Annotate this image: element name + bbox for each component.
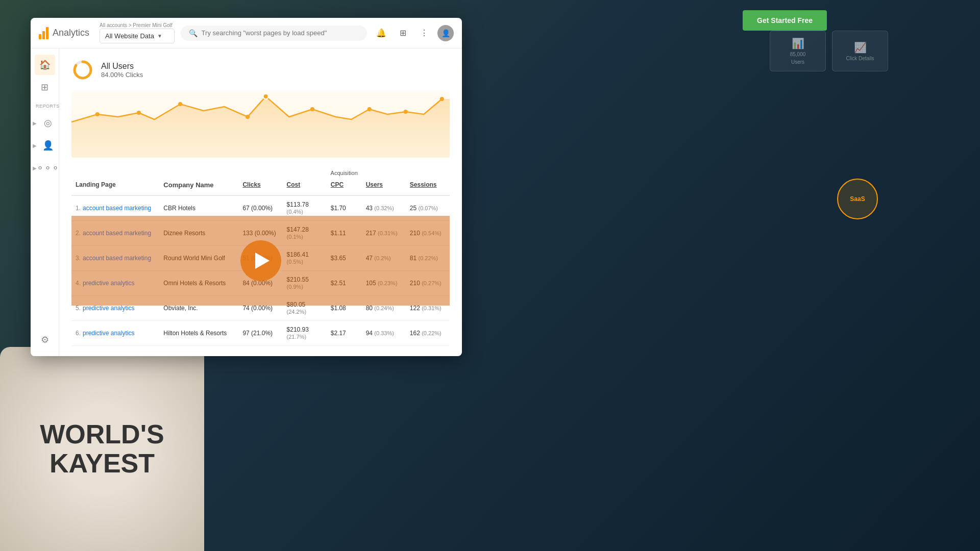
cell-cpc-5: $2.17	[327, 324, 362, 342]
col-header-company: Company Name	[159, 179, 238, 191]
breadcrumb: All accounts > Premier Mini Golf	[100, 22, 173, 28]
deco-card-2: 📈 Click Details	[832, 31, 888, 71]
logo-bar-3	[46, 27, 48, 39]
chart-dot-highlight	[263, 94, 268, 99]
search-bar[interactable]: 🔍	[181, 26, 367, 41]
sidebar-item-more[interactable]: ⚬⚬⚬	[37, 158, 59, 178]
top-bar: Analytics All accounts > Premier Mini Go…	[31, 18, 462, 48]
donut-chart	[71, 59, 94, 81]
coffee-mug: WORLD'S KAYEST	[0, 347, 204, 551]
avatar[interactable]: 👤	[437, 25, 454, 41]
chart-dot	[440, 97, 444, 101]
row-num-4: 5.	[76, 305, 81, 312]
play-button[interactable]	[240, 240, 281, 281]
chart-dot	[368, 107, 372, 111]
deco-card-2-icon: 📈	[854, 41, 867, 54]
sidebar-item-user[interactable]: 👤	[37, 135, 59, 156]
deco-cards-area: 📊 85,000 Users 📈 Click Details	[770, 31, 888, 71]
mug-text-line2: KAYEST	[50, 449, 155, 478]
acquisition-label: Acquisition	[238, 170, 450, 176]
notifications-icon[interactable]: 🔔	[373, 25, 389, 41]
cell-cost-pct-5: (21.7%)	[287, 334, 307, 340]
segment-title: All Users	[101, 62, 143, 71]
data-table-wrapper: Acquisition Landing Page Company Name Cl…	[71, 170, 450, 346]
cell-users-pct-5: (0.33%)	[374, 330, 394, 336]
home-icon: 🏠	[39, 59, 51, 70]
cell-sessions-5: 162 (0.22%)	[406, 324, 450, 342]
logo-bar-1	[39, 34, 41, 39]
cell-users-0: 43 (0.32%)	[362, 199, 406, 217]
row-num-0: 1.	[76, 205, 81, 212]
chart-dot	[404, 110, 408, 114]
top-actions: 🔔 ⊞ ⋮ 👤	[373, 25, 454, 41]
deco-card-1-label: Users	[791, 59, 804, 65]
settings-icon: ⚙	[41, 334, 49, 345]
cell-users-pct-4: (0.24%)	[374, 305, 394, 311]
sidebar-item-reports[interactable]: ◎	[37, 113, 59, 133]
cell-company-5: Hilton Hotels & Resorts	[159, 324, 238, 342]
saas-badge: SaaS	[837, 179, 878, 219]
reports-section-label: REPORTS	[31, 104, 59, 109]
search-input[interactable]	[202, 29, 359, 37]
expand-icon-user[interactable]: ▶	[33, 143, 37, 148]
col-header-cost[interactable]: Cost	[283, 179, 327, 191]
deco-card-1-icon: 📊	[792, 37, 804, 49]
chart-dot	[178, 102, 182, 106]
grid-icon[interactable]: ⊞	[395, 25, 411, 41]
cell-cpc-0: $1.70	[327, 199, 362, 217]
sidebar-item-home[interactable]: 🏠	[35, 55, 55, 75]
cell-landing-page-5[interactable]: 6.predictive analytics	[71, 324, 159, 342]
chart-dot	[137, 111, 141, 115]
mug-text-line1: WORLD'S	[40, 420, 164, 449]
cell-sessions-pct-4: (0.31%)	[422, 305, 442, 311]
content-area: All Users 84.00% Clicks	[59, 48, 462, 356]
segment-row: All Users 84.00% Clicks	[71, 59, 450, 81]
search-icon: 🔍	[189, 29, 198, 37]
cell-sessions-pct-0: (0.07%)	[419, 205, 438, 211]
sidebar-item-settings[interactable]: ⚙	[35, 330, 55, 350]
chart-dot	[95, 112, 100, 116]
cell-sessions-0: 25 (0.07%)	[406, 199, 450, 217]
video-overlay[interactable]	[71, 216, 450, 306]
donut-svg	[71, 59, 94, 81]
cell-clicks-0: 67 (0.00%)	[238, 199, 282, 217]
chart-dot	[246, 115, 250, 119]
chart-dot	[310, 107, 314, 111]
logo-bar-2	[42, 31, 45, 39]
analytics-logo-icon	[39, 27, 48, 39]
line-chart-container	[71, 91, 450, 158]
cell-cost-pct-0: (0.4%)	[287, 209, 303, 215]
cell-users-5: 94 (0.33%)	[362, 324, 406, 342]
col-header-cpc[interactable]: CPC	[327, 179, 362, 191]
reports-icon: ◎	[44, 117, 52, 129]
cell-cost-pct-4: (24.2%)	[287, 309, 307, 315]
property-selector-label: All Website Data	[105, 32, 154, 40]
deco-card-1-text: 85,000	[790, 52, 806, 57]
col-header-sessions[interactable]: Sessions	[406, 179, 450, 191]
cell-sessions-pct-5: (0.22%)	[422, 330, 442, 336]
cell-cost-5: $210.93 (21.7%)	[283, 321, 327, 345]
play-icon	[255, 253, 270, 269]
cell-company-0: CBR Hotels	[159, 199, 238, 217]
chart-area-fill	[71, 96, 450, 158]
more-icon: ⚬⚬⚬	[36, 162, 59, 173]
cta-button[interactable]: Get Started Free	[743, 10, 827, 31]
cell-landing-page-0[interactable]: 1.account based marketing	[71, 199, 159, 217]
logo-text: Analytics	[53, 28, 89, 38]
deco-card-2-text: Click Details	[846, 56, 874, 61]
table-header: Landing Page Company Name Clicks Cost CP…	[71, 179, 450, 196]
table-row: 6.predictive analytics Hilton Hotels & R…	[71, 321, 450, 346]
sidebar-item-dashboard[interactable]: ⊞	[35, 77, 55, 97]
line-chart-svg	[71, 91, 450, 158]
col-header-clicks[interactable]: Clicks	[238, 179, 282, 191]
cell-clicks-5: 97 (21.0%)	[238, 324, 282, 342]
chevron-down-icon: ▼	[157, 33, 162, 39]
col-header-users[interactable]: Users	[362, 179, 406, 191]
more-options-icon[interactable]: ⋮	[416, 25, 432, 41]
property-selector[interactable]: All Website Data ▼	[100, 29, 175, 43]
expand-icon-reports[interactable]: ▶	[33, 120, 37, 126]
dashboard-icon: ⊞	[41, 82, 48, 93]
cell-users-pct-0: (0.32%)	[374, 205, 394, 211]
analytics-panel: Analytics All accounts > Premier Mini Go…	[31, 18, 462, 356]
sidebar: 🏠 ⊞ REPORTS ▶ ◎ ▶ 👤 ▶ ⚬⚬⚬	[31, 48, 59, 356]
